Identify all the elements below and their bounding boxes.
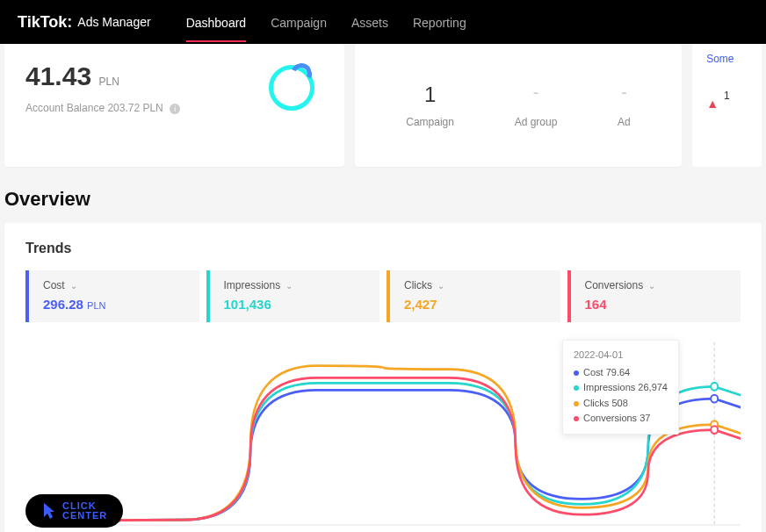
dot-icon [574,401,579,406]
svg-point-2 [711,395,718,403]
metric-impressions-value: 101,436 [224,297,366,312]
main-nav: Dashboard Campaign Assets Reporting [186,2,466,42]
metric-impressions-label: Impressions [224,279,281,291]
metric-clicks-label: Clicks [404,279,432,291]
top-header: TikTok: Ads Manager Dashboard Campaign A… [0,0,766,44]
metric-clicks-value: 2,427 [404,297,546,312]
nav-reporting[interactable]: Reporting [413,2,466,42]
dot-icon [574,370,579,376]
stat-campaign: 1 Campaign [406,83,454,128]
alert-card: Some ▲ 1 [692,44,762,167]
stat-adgroup-label: Ad group [515,116,558,128]
chevron-down-icon: ⌄ [285,281,293,291]
svg-point-3 [711,383,718,391]
balance-amount: 41.43 [25,61,91,90]
metric-cost[interactable]: Cost ⌄ 296.28 PLN [25,270,199,322]
dot-icon [574,416,579,421]
tooltip-date: 2022-04-01 [574,348,668,363]
tooltip-row-cost: Cost 79.64 [574,365,668,381]
balance-card: 41.43 PLN Account Balance 203.72 PLN i [4,44,344,167]
stat-ad-label: Ad [618,116,631,128]
metric-clicks[interactable]: Clicks ⌄ 2,427 [387,270,560,322]
metric-impressions[interactable]: Impressions ⌄ 101,436 [206,270,380,322]
balance-ring-icon [269,65,314,111]
chart-tooltip: 2022-04-01 Cost 79.64 Impressions 26,974… [562,340,679,435]
trends-heading: Trends [25,241,741,256]
logo-text-main: TikTok: [18,13,72,32]
metric-conversions-label: Conversions [585,279,644,291]
stat-ad-value: - [618,83,631,109]
summary-row: 41.43 PLN Account Balance 203.72 PLN i 1… [0,44,766,167]
tooltip-row-impressions: Impressions 26,974 [574,380,668,396]
nav-campaign[interactable]: Campaign [271,2,327,42]
metric-cost-label: Cost [43,279,65,291]
badge-line2: CENTER [62,511,107,521]
tooltip-row-clicks: Clicks 508 [574,396,668,412]
stat-campaign-value: 1 [406,83,454,109]
nav-dashboard[interactable]: Dashboard [186,2,247,42]
campaign-stats-card: 1 Campaign - Ad group - Ad [355,44,682,167]
chevron-down-icon: ⌄ [70,281,77,291]
svg-point-5 [711,426,718,434]
nav-assets[interactable]: Assets [351,2,388,42]
balance-subtext: Account Balance 203.72 PLN [25,102,163,114]
metric-conversions[interactable]: Conversions ⌄ 164 [567,270,741,322]
click-center-badge: CLICK CENTER [25,494,123,528]
stat-adgroup-value: - [515,83,558,109]
stat-campaign-label: Campaign [406,116,454,128]
cursor-icon [41,501,57,521]
trends-card: Trends Cost ⌄ 296.28 PLN Impressions ⌄ 1… [4,223,762,532]
metric-cost-unit: PLN [87,300,105,311]
trends-chart: 2022-04-01 Cost 79.64 Impressions 26,974… [25,333,741,532]
alert-link[interactable]: Some [706,53,748,65]
metric-row: Cost ⌄ 296.28 PLN Impressions ⌄ 101,436 … [25,270,741,322]
metric-cost-value: 296.28 [43,297,83,312]
overview-heading: Overview [4,188,762,211]
stat-ad: - Ad [618,83,631,128]
balance-currency: PLN [99,75,119,88]
warning-icon: ▲ [706,97,719,111]
metric-conversions-value: 164 [585,297,727,312]
dot-icon [574,385,579,391]
info-icon[interactable]: i [170,104,180,114]
chevron-down-icon: ⌄ [437,281,444,291]
alert-count: 1 [724,90,730,102]
logo: TikTok: Ads Manager [18,13,151,32]
logo-text-sub: Ads Manager [77,15,150,29]
chevron-down-icon: ⌄ [648,281,655,291]
tooltip-row-conversions: Conversions 37 [574,411,668,427]
stat-adgroup: - Ad group [515,83,558,128]
